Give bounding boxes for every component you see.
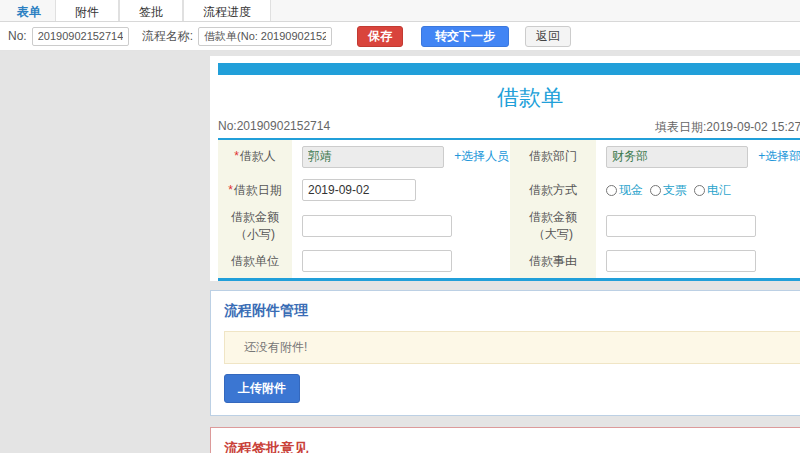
back-button[interactable]: 返回 — [525, 26, 571, 47]
table-row: *借款人 +选择人员 借款部门 +选择部门 — [218, 139, 800, 173]
loan-method-label: 借款方式 — [510, 173, 596, 207]
cash-radio-label: 现金 — [619, 182, 643, 199]
loan-method-label-text: 借款方式 — [529, 183, 577, 197]
select-person-link[interactable]: +选择人员 — [454, 149, 509, 163]
loan-date-input[interactable] — [302, 179, 416, 201]
content-area: 借款单 No:20190902152714 填表日期:2019-09-02 15… — [0, 51, 800, 453]
forward-next-step-button[interactable]: 转交下一步 — [421, 26, 509, 47]
flow-toolbar: No: 流程名称: 保存 转交下一步 返回 — [0, 22, 800, 51]
borrower-input[interactable] — [302, 146, 444, 168]
cheque-radio[interactable] — [650, 185, 661, 196]
required-mark: * — [228, 183, 233, 197]
form-no-text: No:20190902152714 — [218, 119, 330, 133]
payment-method-radio-group: 现金 支票 电汇 — [606, 182, 800, 199]
amount-lower-cell — [292, 207, 510, 245]
flow-name-input[interactable] — [198, 27, 332, 46]
wire-radio[interactable] — [694, 185, 705, 196]
radio-cash[interactable]: 现金 — [606, 182, 643, 199]
upload-attachment-button[interactable]: 上传附件 — [224, 374, 300, 403]
wire-radio-label: 电汇 — [707, 182, 731, 199]
attachments-section-title: 流程附件管理 — [224, 302, 800, 320]
loan-form-panel: 借款单 No:20190902152714 填表日期:2019-09-02 15… — [210, 56, 800, 281]
amount-upper-cell — [596, 207, 800, 245]
approval-section-title: 流程签批意见 — [224, 440, 800, 453]
department-label: 借款部门 — [510, 139, 596, 173]
amount-lower-label-text: 借款金额（小写) — [231, 210, 279, 241]
loan-unit-cell — [292, 245, 510, 279]
radio-cheque[interactable]: 支票 — [650, 182, 687, 199]
loan-date-label: *借款日期 — [218, 173, 292, 207]
tab-progress[interactable]: 流程进度 — [183, 0, 271, 21]
department-cell: +选择部门 — [596, 139, 800, 173]
required-mark: * — [234, 149, 239, 163]
loan-reason-label: 借款事由 — [510, 245, 596, 279]
tab-attachments[interactable]: 附件 — [55, 0, 119, 21]
amount-lowercase-input[interactable] — [302, 215, 452, 237]
table-row: *借款日期 借款方式 现金 支票 电汇 — [218, 173, 800, 207]
save-button[interactable]: 保存 — [357, 26, 403, 47]
amount-uppercase-input[interactable] — [606, 215, 756, 237]
amount-lower-label: 借款金额（小写) — [218, 207, 292, 245]
cash-radio[interactable] — [606, 185, 617, 196]
loan-reason-label-text: 借款事由 — [529, 254, 577, 268]
radio-wire[interactable]: 电汇 — [694, 182, 731, 199]
no-attachments-message: 还没有附件! — [224, 331, 800, 364]
no-input[interactable] — [32, 27, 129, 46]
tab-sign[interactable]: 签批 — [119, 0, 183, 21]
attachments-panel: 流程附件管理 还没有附件! 上传附件 — [210, 290, 800, 416]
form-fill-date-text: 填表日期:2019-09-02 15:27:1 — [655, 119, 800, 136]
loan-fields-table: *借款人 +选择人员 借款部门 +选择部门 *借款日期 — [218, 138, 800, 281]
loan-unit-label: 借款单位 — [218, 245, 292, 279]
department-label-text: 借款部门 — [529, 149, 577, 163]
borrower-label-text: 借款人 — [240, 149, 276, 163]
table-row: 借款金额（小写) 借款金额（大写) — [218, 207, 800, 245]
amount-upper-label: 借款金额（大写) — [510, 207, 596, 245]
department-input[interactable] — [606, 146, 748, 168]
approval-comments-panel: 流程签批意见 B I abc A — [210, 427, 800, 453]
loan-unit-label-text: 借款单位 — [231, 254, 279, 268]
loan-date-cell — [292, 173, 510, 207]
form-title: 借款单 — [218, 75, 800, 118]
tab-form[interactable]: 表单 — [7, 0, 51, 21]
loan-date-label-text: 借款日期 — [234, 183, 282, 197]
flow-name-label: 流程名称: — [142, 28, 193, 45]
form-meta-row: No:20190902152714 填表日期:2019-09-02 15:27:… — [218, 118, 800, 135]
loan-reason-cell — [596, 245, 800, 279]
form-header-bar — [218, 63, 800, 75]
loan-reason-input[interactable] — [606, 250, 756, 272]
top-tab-bar: 表单 附件 签批 流程进度 — [0, 0, 800, 22]
borrower-cell: +选择人员 — [292, 139, 510, 173]
borrower-label: *借款人 — [218, 139, 292, 173]
cheque-radio-label: 支票 — [663, 182, 687, 199]
table-row: 借款单位 借款事由 — [218, 245, 800, 279]
loan-unit-input[interactable] — [302, 250, 452, 272]
select-department-link[interactable]: +选择部门 — [758, 149, 800, 163]
no-label: No: — [8, 29, 27, 43]
loan-method-cell: 现金 支票 电汇 — [596, 173, 800, 207]
amount-upper-label-text: 借款金额（大写) — [529, 210, 577, 241]
